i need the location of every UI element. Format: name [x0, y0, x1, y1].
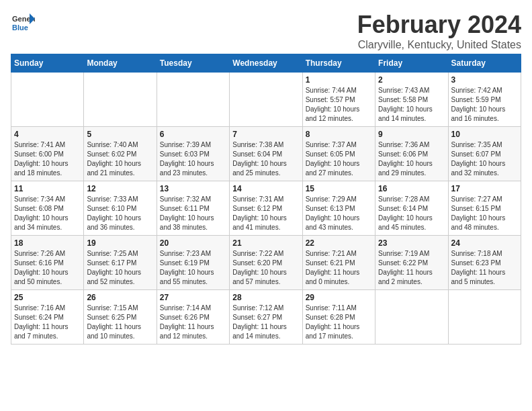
calendar-cell: 16Sunrise: 7:28 AMSunset: 6:14 PMDayligh…	[375, 181, 448, 236]
day-info: Sunrise: 7:21 AMSunset: 6:21 PMDaylight:…	[306, 249, 372, 287]
calendar-cell: 25Sunrise: 7:16 AMSunset: 6:24 PMDayligh…	[11, 290, 84, 345]
month-year: February 2024	[11, 11, 521, 39]
week-row-3: 11Sunrise: 7:34 AMSunset: 6:08 PMDayligh…	[11, 181, 521, 236]
day-number: 22	[306, 238, 372, 248]
day-number: 4	[14, 130, 81, 139]
calendar-cell: 3Sunrise: 7:42 AMSunset: 5:59 PMDaylight…	[448, 73, 521, 127]
day-info: Sunrise: 7:22 AMSunset: 6:20 PMDaylight:…	[232, 249, 299, 287]
day-number: 8	[306, 130, 372, 139]
svg-text:Blue: Blue	[12, 24, 28, 32]
day-info: Sunrise: 7:12 AMSunset: 6:27 PMDaylight:…	[232, 304, 299, 341]
day-number: 10	[451, 130, 518, 139]
calendar-cell: 22Sunrise: 7:21 AMSunset: 6:21 PMDayligh…	[302, 236, 375, 290]
day-number: 15	[306, 184, 372, 193]
day-number: 9	[378, 130, 445, 139]
day-info: Sunrise: 7:27 AMSunset: 6:15 PMDaylight:…	[451, 195, 518, 232]
calendar-cell	[11, 73, 84, 127]
calendar-cell	[157, 73, 229, 127]
day-number: 24	[451, 238, 518, 248]
logo-icon: General Blue	[11, 11, 35, 35]
day-number: 13	[160, 184, 226, 193]
day-info: Sunrise: 7:32 AMSunset: 6:11 PMDaylight:…	[160, 195, 226, 232]
calendar-cell: 15Sunrise: 7:29 AMSunset: 6:13 PMDayligh…	[302, 181, 375, 236]
week-row-1: 1Sunrise: 7:44 AMSunset: 5:57 PMDaylight…	[11, 73, 521, 127]
calendar-cell: 11Sunrise: 7:34 AMSunset: 6:08 PMDayligh…	[11, 181, 84, 236]
day-number: 14	[232, 184, 299, 193]
day-number: 11	[14, 184, 81, 193]
day-header-monday: Monday	[84, 54, 157, 73]
calendar-cell: 7Sunrise: 7:38 AMSunset: 6:04 PMDaylight…	[230, 127, 302, 181]
location: Claryville, Kentucky, United States	[11, 39, 521, 51]
day-number: 18	[14, 238, 81, 248]
day-info: Sunrise: 7:15 AMSunset: 6:25 PMDaylight:…	[87, 304, 153, 341]
day-number: 21	[232, 238, 299, 248]
day-number: 2	[378, 75, 445, 85]
day-header-friday: Friday	[375, 54, 448, 73]
day-info: Sunrise: 7:38 AMSunset: 6:04 PMDaylight:…	[232, 140, 299, 178]
day-info: Sunrise: 7:41 AMSunset: 6:00 PMDaylight:…	[14, 140, 81, 178]
day-info: Sunrise: 7:29 AMSunset: 6:13 PMDaylight:…	[306, 195, 372, 232]
day-number: 16	[378, 184, 445, 193]
day-info: Sunrise: 7:19 AMSunset: 6:22 PMDaylight:…	[378, 249, 445, 287]
day-info: Sunrise: 7:44 AMSunset: 5:57 PMDaylight:…	[306, 86, 372, 124]
day-number: 28	[232, 293, 299, 302]
day-number: 26	[87, 293, 153, 302]
calendar-cell: 5Sunrise: 7:40 AMSunset: 6:02 PMDaylight…	[84, 127, 157, 181]
day-number: 1	[306, 75, 372, 85]
calendar-cell: 29Sunrise: 7:11 AMSunset: 6:28 PMDayligh…	[302, 290, 375, 345]
day-number: 25	[14, 293, 81, 302]
calendar-cell: 1Sunrise: 7:44 AMSunset: 5:57 PMDaylight…	[302, 73, 375, 127]
calendar-cell: 19Sunrise: 7:25 AMSunset: 6:17 PMDayligh…	[84, 236, 157, 290]
day-number: 20	[160, 238, 226, 248]
calendar-cell	[448, 290, 521, 345]
day-number: 23	[378, 238, 445, 248]
day-info: Sunrise: 7:36 AMSunset: 6:06 PMDaylight:…	[378, 140, 445, 178]
day-header-wednesday: Wednesday	[230, 54, 302, 73]
calendar-cell: 28Sunrise: 7:12 AMSunset: 6:27 PMDayligh…	[230, 290, 302, 345]
calendar-cell: 12Sunrise: 7:33 AMSunset: 6:10 PMDayligh…	[84, 181, 157, 236]
day-info: Sunrise: 7:26 AMSunset: 6:16 PMDaylight:…	[14, 249, 81, 287]
header: February 2024 Claryville, Kentucky, Unit…	[11, 11, 521, 51]
calendar-cell: 17Sunrise: 7:27 AMSunset: 6:15 PMDayligh…	[448, 181, 521, 236]
day-info: Sunrise: 7:28 AMSunset: 6:14 PMDaylight:…	[378, 195, 445, 232]
day-info: Sunrise: 7:14 AMSunset: 6:26 PMDaylight:…	[160, 304, 226, 341]
calendar-cell: 21Sunrise: 7:22 AMSunset: 6:20 PMDayligh…	[230, 236, 302, 290]
day-info: Sunrise: 7:35 AMSunset: 6:07 PMDaylight:…	[451, 140, 518, 178]
day-number: 12	[87, 184, 153, 193]
week-row-2: 4Sunrise: 7:41 AMSunset: 6:00 PMDaylight…	[11, 127, 521, 181]
day-info: Sunrise: 7:43 AMSunset: 5:58 PMDaylight:…	[378, 86, 445, 124]
calendar-cell: 24Sunrise: 7:18 AMSunset: 6:23 PMDayligh…	[448, 236, 521, 290]
day-header-saturday: Saturday	[448, 54, 521, 73]
calendar-cell: 26Sunrise: 7:15 AMSunset: 6:25 PMDayligh…	[84, 290, 157, 345]
calendar-cell: 18Sunrise: 7:26 AMSunset: 6:16 PMDayligh…	[11, 236, 84, 290]
day-number: 29	[306, 293, 372, 302]
day-header-sunday: Sunday	[11, 54, 84, 73]
week-row-4: 18Sunrise: 7:26 AMSunset: 6:16 PMDayligh…	[11, 236, 521, 290]
day-number: 7	[232, 130, 299, 139]
logo: General Blue	[11, 11, 35, 35]
calendar-cell	[375, 290, 448, 345]
day-info: Sunrise: 7:31 AMSunset: 6:12 PMDaylight:…	[232, 195, 299, 232]
day-number: 19	[87, 238, 153, 248]
day-number: 27	[160, 293, 226, 302]
day-info: Sunrise: 7:40 AMSunset: 6:02 PMDaylight:…	[87, 140, 153, 178]
day-info: Sunrise: 7:16 AMSunset: 6:24 PMDaylight:…	[14, 304, 81, 341]
calendar-cell: 9Sunrise: 7:36 AMSunset: 6:06 PMDaylight…	[375, 127, 448, 181]
days-header-row: SundayMondayTuesdayWednesdayThursdayFrid…	[11, 54, 521, 73]
calendar-cell: 10Sunrise: 7:35 AMSunset: 6:07 PMDayligh…	[448, 127, 521, 181]
day-info: Sunrise: 7:23 AMSunset: 6:19 PMDaylight:…	[160, 249, 226, 287]
calendar-cell: 8Sunrise: 7:37 AMSunset: 6:05 PMDaylight…	[302, 127, 375, 181]
calendar-cell: 23Sunrise: 7:19 AMSunset: 6:22 PMDayligh…	[375, 236, 448, 290]
day-number: 6	[160, 130, 226, 139]
day-header-thursday: Thursday	[302, 54, 375, 73]
day-info: Sunrise: 7:34 AMSunset: 6:08 PMDaylight:…	[14, 195, 81, 232]
calendar-cell: 27Sunrise: 7:14 AMSunset: 6:26 PMDayligh…	[157, 290, 229, 345]
calendar-cell: 4Sunrise: 7:41 AMSunset: 6:00 PMDaylight…	[11, 127, 84, 181]
day-number: 3	[451, 75, 518, 85]
day-number: 17	[451, 184, 518, 193]
day-info: Sunrise: 7:39 AMSunset: 6:03 PMDaylight:…	[160, 140, 226, 178]
day-info: Sunrise: 7:37 AMSunset: 6:05 PMDaylight:…	[306, 140, 372, 178]
day-header-tuesday: Tuesday	[157, 54, 229, 73]
calendar-cell: 14Sunrise: 7:31 AMSunset: 6:12 PMDayligh…	[230, 181, 302, 236]
week-row-5: 25Sunrise: 7:16 AMSunset: 6:24 PMDayligh…	[11, 290, 521, 345]
